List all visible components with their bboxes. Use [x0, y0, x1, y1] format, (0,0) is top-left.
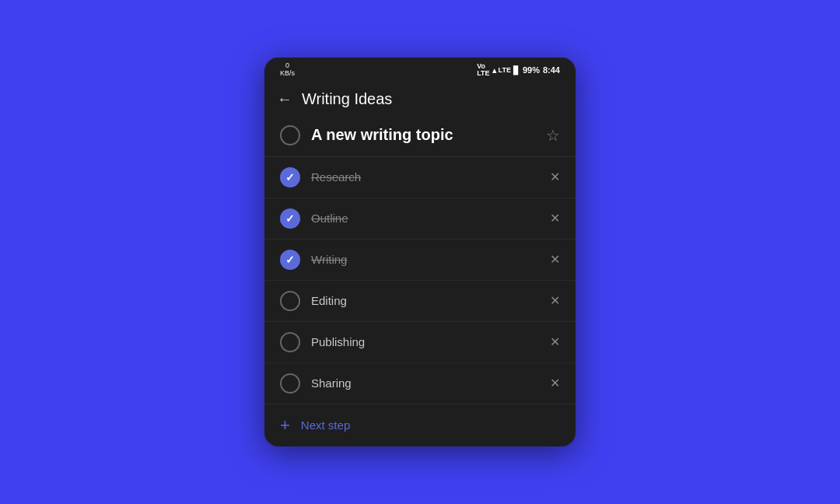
status-icons: VoLTE ▴ LTE ▊ — [477, 63, 520, 77]
clock: 8:44 — [543, 65, 560, 75]
main-todo-item[interactable]: A new writing topic ☆ — [264, 116, 576, 157]
remove-writing-button[interactable]: ✕ — [550, 252, 560, 267]
checkbox-research[interactable]: ✓ — [280, 167, 300, 187]
back-button[interactable]: ← — [277, 90, 292, 108]
item-label-research: Research — [311, 170, 539, 184]
status-bar: 0 KB/s VoLTE ▴ LTE ▊ 99% 8:44 — [264, 58, 576, 81]
item-label-editing: Editing — [311, 294, 539, 307]
page-title: Writing Ideas — [302, 90, 392, 108]
status-left: 0 KB/s — [280, 62, 295, 78]
remove-editing-button[interactable]: ✕ — [550, 293, 560, 308]
wifi-icon: ▴ — [492, 66, 496, 75]
remove-research-button[interactable]: ✕ — [550, 170, 560, 184]
status-right: VoLTE ▴ LTE ▊ 99% 8:44 — [477, 63, 560, 77]
add-step-label: Next step — [301, 418, 350, 432]
list-item[interactable]: ✓ Outline ✕ — [264, 198, 576, 240]
checkbox-outline[interactable]: ✓ — [280, 208, 300, 229]
remove-sharing-button[interactable]: ✕ — [550, 376, 560, 390]
signal-icon: ▊ — [513, 66, 520, 75]
checkbox-writing[interactable]: ✓ — [280, 250, 300, 270]
plus-icon: + — [280, 415, 290, 436]
checkbox-editing[interactable] — [280, 291, 300, 311]
list-item[interactable]: Editing ✕ — [264, 281, 576, 322]
star-icon[interactable]: ☆ — [546, 126, 560, 145]
item-label-outline: Outline — [311, 212, 539, 225]
checkbox-sharing[interactable] — [280, 373, 300, 394]
main-todo-checkbox[interactable] — [280, 125, 300, 145]
checkmark-icon: ✓ — [285, 254, 295, 266]
item-label-publishing: Publishing — [311, 335, 539, 348]
volte-icon: VoLTE — [477, 63, 489, 77]
checkbox-publishing[interactable] — [280, 332, 300, 352]
item-label-writing: Writing — [311, 253, 539, 266]
battery-indicator: 99% — [523, 65, 540, 75]
remove-publishing-button[interactable]: ✕ — [550, 334, 560, 349]
list-item[interactable]: ✓ Writing ✕ — [264, 240, 576, 281]
item-label-sharing: Sharing — [311, 376, 539, 390]
list-item[interactable]: Publishing ✕ — [264, 322, 576, 363]
checklist: ✓ Research ✕ ✓ Outline ✕ ✓ Writing ✕ Edi… — [264, 157, 576, 404]
add-step-button[interactable]: + Next step — [264, 404, 576, 446]
data-bottom: KB/s — [280, 70, 295, 78]
lte-icon: LTE — [499, 66, 511, 74]
checkmark-icon: ✓ — [285, 212, 295, 225]
list-item[interactable]: ✓ Research ✕ — [264, 157, 576, 198]
top-bar: ← Writing Ideas — [264, 81, 576, 116]
main-todo-title: A new writing topic — [311, 126, 535, 144]
phone-card: 0 KB/s VoLTE ▴ LTE ▊ 99% 8:44 ← Writing … — [264, 58, 576, 446]
checkmark-icon: ✓ — [285, 171, 295, 184]
list-item[interactable]: Sharing ✕ — [264, 363, 576, 404]
remove-outline-button[interactable]: ✕ — [550, 211, 560, 226]
